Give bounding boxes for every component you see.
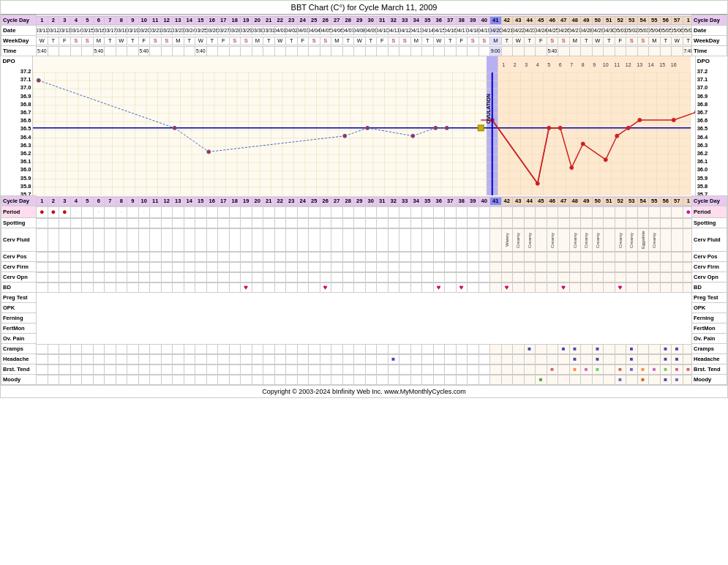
svg-point-154 bbox=[446, 126, 449, 130]
svg-point-158 bbox=[559, 126, 563, 130]
temp-graph-row: DPO37.237.137.036.936.836.736.636.536.43… bbox=[1, 56, 727, 196]
cerv-pos-row: Cerv Pos Cerv Pos bbox=[1, 252, 727, 262]
ov-pain-label-right: Ov. Pain bbox=[692, 334, 727, 344]
svg-text:13: 13 bbox=[637, 62, 643, 67]
svg-point-148 bbox=[173, 126, 177, 130]
svg-point-159 bbox=[570, 166, 574, 170]
cerv-fluid-label-right: Cerv Fluid bbox=[692, 228, 727, 252]
period-label-right: Period bbox=[692, 206, 727, 218]
cerv-opn-label: Cerv Opn bbox=[1, 272, 37, 282]
date-row: Date 03/1103/1203/1303/1403/1503/1603/17… bbox=[1, 26, 727, 36]
cycle-day-label-right: Cycle Day bbox=[692, 15, 727, 26]
spotting-label-right: Spotting bbox=[692, 218, 727, 228]
period-row: Period ●●●····● Period bbox=[1, 206, 727, 218]
svg-point-152 bbox=[411, 134, 415, 138]
ferning-label: Ferning bbox=[1, 313, 37, 323]
cerv-firm-row: Cerv Firm Cerv Firm bbox=[1, 262, 727, 272]
brst-tend-label: Brst. Tend bbox=[1, 364, 37, 375]
svg-point-149 bbox=[207, 150, 211, 154]
main-table: Cycle Day 123456789101112131415161718192… bbox=[1, 15, 727, 385]
svg-text:10: 10 bbox=[603, 62, 609, 67]
svg-text:6: 6 bbox=[559, 62, 562, 67]
svg-point-161 bbox=[604, 158, 608, 162]
svg-text:9: 9 bbox=[593, 62, 596, 67]
svg-text:5: 5 bbox=[548, 62, 551, 67]
svg-point-160 bbox=[582, 142, 585, 146]
brst-tend-label-right: Brst. Tend bbox=[692, 364, 727, 375]
cerv-opn-row: Cerv Opn Cerv Opn bbox=[1, 272, 727, 282]
spotting-row: Spotting Spotting bbox=[1, 218, 727, 228]
period-label: Period bbox=[1, 206, 37, 218]
svg-point-157 bbox=[547, 126, 551, 130]
cycle-day-bottom-row: Cycle Day 123456789101112131415161718192… bbox=[1, 196, 727, 206]
cerv-pos-label: Cerv Pos bbox=[1, 252, 37, 262]
bd-label-right: BD bbox=[692, 282, 727, 293]
brst-tend-row: Brst. Tend ■■■■■■■■■■■ Brst. Tend bbox=[1, 364, 727, 375]
svg-point-156 bbox=[536, 182, 540, 185]
opk-label: OPK bbox=[1, 303, 37, 313]
headache-label: Headache bbox=[1, 354, 37, 364]
cerv-firm-label-right: Cerv Firm bbox=[692, 262, 727, 272]
moody-label-right: Moody bbox=[692, 375, 727, 385]
cerv-fluid-label: Cerv Fluid bbox=[1, 228, 37, 252]
chart-container: BBT Chart (C°) for Cycle March 11, 2009 … bbox=[0, 0, 728, 398]
cycle-day-row: Cycle Day 123456789101112131415161718192… bbox=[1, 15, 727, 26]
moody-label: Moody bbox=[1, 375, 37, 385]
cramps-row: Cramps ■■■■■■■ Cramps bbox=[1, 344, 727, 354]
weekday-row: WeekDay WTFSSMTWTFSSMTWTFSSMTWTFSSMTWTFS… bbox=[1, 36, 727, 46]
svg-text:11: 11 bbox=[615, 62, 620, 67]
svg-text:4: 4 bbox=[536, 62, 539, 67]
ferning-row: Ferning Ferning bbox=[1, 313, 727, 323]
cramps-label-right: Cramps bbox=[692, 344, 727, 354]
cerv-firm-label: Cerv Firm bbox=[1, 262, 37, 272]
opk-label-right: OPK bbox=[692, 303, 727, 313]
cycle-day-bottom-label-right: Cycle Day bbox=[692, 196, 727, 206]
headache-row: Headache ■■■■■■ Headache bbox=[1, 354, 727, 364]
weekday-label-right: WeekDay bbox=[692, 36, 727, 46]
svg-text:14: 14 bbox=[648, 62, 654, 67]
chart-title: BBT Chart (C°) for Cycle March 11, 2009 bbox=[1, 1, 727, 15]
fertmon-label: FertMon bbox=[1, 323, 37, 334]
svg-text:16: 16 bbox=[671, 62, 677, 67]
svg-point-162 bbox=[615, 134, 619, 138]
time-label-right: Time bbox=[692, 46, 727, 56]
ov-pain-row: Ov. Pain Ov. Pain bbox=[1, 334, 727, 344]
svg-text:12: 12 bbox=[626, 62, 631, 67]
svg-text:3: 3 bbox=[525, 62, 528, 67]
date-label: Date bbox=[1, 26, 37, 36]
svg-point-151 bbox=[366, 126, 369, 130]
svg-text:OVULATION: OVULATION bbox=[486, 94, 491, 124]
svg-rect-197 bbox=[479, 125, 484, 131]
fertmon-label-right: FertMon bbox=[692, 323, 727, 334]
copyright-text: Copyright © 2003-2024 bInfinity Web Inc.… bbox=[1, 385, 727, 397]
svg-point-165 bbox=[672, 119, 676, 122]
time-row: Time 5:405:405:405:409:005:407:40 Time bbox=[1, 46, 727, 56]
opk-row: OPK OPK bbox=[1, 303, 727, 313]
cerv-fluid-row: Cerv Fluid WateryCreamyCreamyCreamyCream… bbox=[1, 228, 727, 252]
cramps-label: Cramps bbox=[1, 344, 37, 354]
cerv-opn-label-right: Cerv Opn bbox=[692, 272, 727, 282]
svg-text:1: 1 bbox=[503, 62, 506, 67]
svg-point-150 bbox=[343, 134, 347, 138]
ferning-label-right: Ferning bbox=[692, 313, 727, 323]
svg-text:2: 2 bbox=[514, 62, 517, 67]
cerv-pos-label-right: Cerv Pos bbox=[692, 252, 727, 262]
headache-label-right: Headache bbox=[692, 354, 727, 364]
svg-text:7: 7 bbox=[571, 62, 574, 67]
svg-point-164 bbox=[638, 119, 642, 122]
svg-point-153 bbox=[434, 126, 438, 130]
svg-text:15: 15 bbox=[660, 62, 666, 67]
preg-test-label-right: Preg Test bbox=[692, 293, 727, 303]
fertmon-row: FertMon FertMon bbox=[1, 323, 727, 334]
cycle-day-label: Cycle Day bbox=[1, 15, 37, 26]
preg-test-label: Preg Test bbox=[1, 293, 37, 303]
weekday-label: WeekDay bbox=[1, 36, 37, 46]
svg-point-163 bbox=[627, 126, 631, 130]
svg-point-147 bbox=[37, 78, 41, 82]
bd-label: BD bbox=[1, 282, 37, 293]
spotting-label: Spotting bbox=[1, 218, 37, 228]
date-label-right: Date bbox=[692, 26, 727, 36]
time-label: Time bbox=[1, 46, 37, 56]
bd-row: BD ♥♥♥♥♥♥♥ BD bbox=[1, 282, 727, 293]
cycle-day-bottom-label: Cycle Day bbox=[1, 196, 37, 206]
